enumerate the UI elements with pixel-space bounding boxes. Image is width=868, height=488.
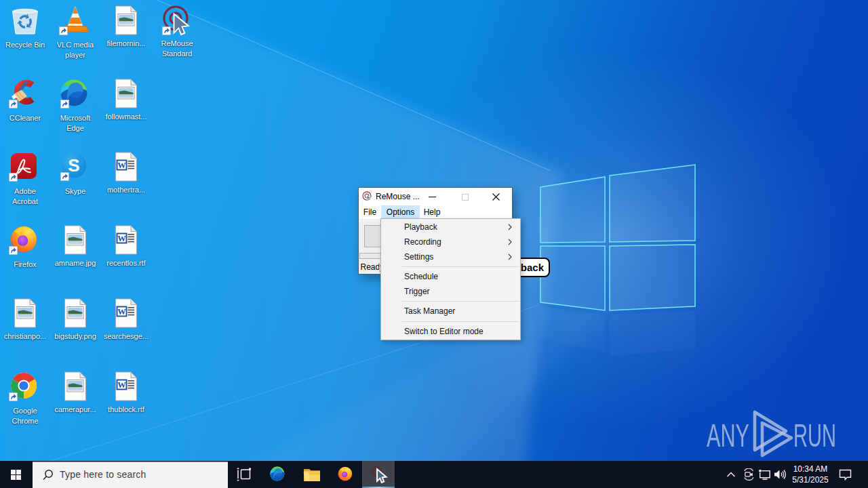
- svg-text:S: S: [68, 155, 79, 176]
- svg-text:ANY: ANY: [707, 417, 749, 453]
- svg-text:RUN: RUN: [793, 417, 836, 453]
